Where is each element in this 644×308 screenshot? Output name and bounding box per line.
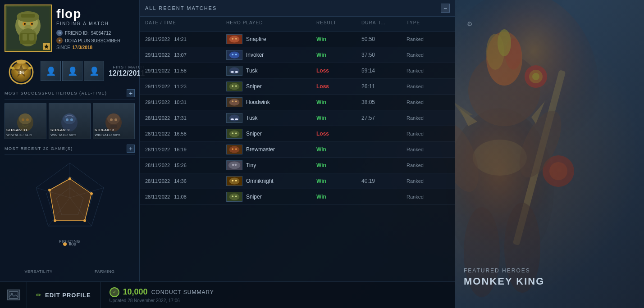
match-row[interactable]: 28/11/2022 15:26 Tiny Win Ranked — [140, 158, 455, 173]
profile-badges: ⚙ FRIEND ID: 94054712 ✦ DOTA PLUS SUBSCR… — [56, 30, 135, 50]
conduct-score: 10,000 — [123, 287, 148, 297]
most-successful-header: MOST SUCCESSFUL HEROES (ALL-TIME) + — [5, 89, 135, 100]
match-type: Ranked — [406, 178, 455, 184]
hero-name: Sniper — [246, 194, 262, 200]
svg-rect-25 — [21, 14, 35, 18]
friend-id-value: 94054712 — [91, 31, 111, 36]
add-game-button[interactable]: + — [127, 145, 135, 153]
matches-table-header: DATE / TIME HERO PLAYED RESULT DURATI...… — [140, 17, 455, 32]
svg-point-42 — [22, 118, 24, 121]
svg-point-46 — [66, 118, 69, 121]
player-status: FINDING A MATCH — [56, 21, 135, 26]
svg-point-85 — [232, 100, 233, 102]
radar-container: FIGHTING FARMING SUPPORTING PUSHING VERS… — [25, 159, 115, 240]
hero-name: Tiny — [246, 162, 256, 168]
gallery-button[interactable] — [0, 282, 27, 308]
add-hero-button[interactable]: + — [127, 89, 135, 97]
svg-point-89 — [231, 118, 234, 120]
svg-point-65 — [54, 219, 56, 222]
panel-header: ALL RECENT MATCHES − — [140, 0, 455, 17]
mini-pic-1: 👤 — [41, 61, 61, 81]
mini-pic-slots: 👤 👤 👤 — [41, 61, 104, 81]
match-type: Ranked — [406, 84, 455, 89]
svg-text:36: 36 — [18, 70, 24, 75]
hero-card-0[interactable]: STREAK: 11 WINRATE: 61% — [5, 103, 46, 139]
match-duration: 59:14 — [361, 68, 406, 74]
match-row[interactable]: 28/11/2022 17:31 Tusk Win 27:57 Ranked — [140, 110, 455, 126]
svg-point-88 — [229, 114, 240, 121]
match-duration: 26:11 — [361, 83, 406, 90]
match-type: Ranked — [406, 131, 455, 136]
svg-point-110 — [235, 195, 237, 197]
svg-point-108 — [229, 193, 240, 200]
match-row[interactable]: 28/11/2022 16:58 Sniper Loss Ranked — [140, 126, 455, 142]
svg-point-96 — [229, 146, 240, 153]
col-header-type: TYPE — [406, 20, 461, 27]
match-hero: Tusk — [226, 66, 316, 76]
hero-card-2[interactable]: STREAK: 9 WINRATE: 58% — [93, 103, 135, 139]
svg-point-94 — [235, 132, 237, 134]
svg-point-92 — [229, 130, 240, 137]
conduct-update: Updated 28 November 2022, 17:06 — [110, 298, 214, 303]
match-result: Win — [316, 36, 361, 42]
matches-list[interactable]: 29/11/2022 14:21 Snapfire Win 50:50 Rank… — [140, 32, 455, 281]
match-result: Loss — [316, 131, 361, 137]
match-duration: 40:19 — [361, 178, 406, 184]
svg-point-43 — [26, 118, 29, 121]
hero-thumbnail — [226, 34, 242, 44]
svg-point-90 — [235, 118, 238, 120]
minimize-button[interactable]: − — [441, 4, 450, 13]
recent-games-header: MOST RECENT 20 GAME(S) + — [5, 145, 135, 155]
rank-icon: 36 — [7, 56, 36, 86]
hero-thumbnail — [226, 66, 242, 76]
hero-thumbnail — [226, 82, 242, 91]
since-label: SINCE — [56, 45, 70, 50]
svg-point-68 — [229, 36, 240, 42]
hero-cards-row: STREAK: 11 WINRATE: 61% STREAK: 9 WINRAT… — [5, 103, 135, 139]
svg-point-100 — [228, 162, 240, 169]
match-result: Win — [316, 194, 361, 200]
svg-point-63 — [90, 192, 93, 195]
hero-thumbnail — [226, 50, 242, 60]
svg-rect-34 — [29, 34, 34, 41]
match-hero: Sniper — [226, 82, 316, 91]
match-row[interactable]: 29/11/2022 14:21 Snapfire Win 50:50 Rank… — [140, 32, 455, 47]
edit-profile-button[interactable]: ✏ EDIT PROFILE — [27, 282, 100, 308]
hero-name: Invoker — [246, 52, 264, 58]
match-row[interactable]: 29/11/2022 13:07 Invoker Win 37:50 Ranke… — [140, 47, 455, 63]
hero-card-stats-2: STREAK: 9 WINRATE: 58% — [95, 127, 120, 137]
match-date: 28/11/2022 16:58 — [145, 131, 226, 136]
match-row[interactable]: 28/11/2022 16:19 Brewmaster Win Ranked — [140, 142, 455, 158]
match-row[interactable]: 28/11/2022 14:36 Omniknight Win 40:19 Ra… — [140, 173, 455, 189]
svg-point-66 — [48, 189, 51, 191]
match-duration: 50:50 — [361, 36, 406, 42]
match-date: 28/11/2022 16:19 — [145, 147, 226, 152]
gallery-icon — [7, 290, 20, 300]
hero-thumbnail — [226, 97, 242, 107]
match-date: 29/11/2022 14:21 — [145, 36, 226, 42]
match-hero: Snapfire — [226, 34, 316, 44]
match-row[interactable]: 29/11/2022 11:23 Sniper Loss 26:11 Ranke… — [140, 79, 455, 95]
settings-button[interactable]: ⚙ — [461, 20, 479, 27]
match-result: Win — [316, 178, 361, 184]
match-row[interactable]: 29/11/2022 10:31 Hoodwink Win 38:05 Rank… — [140, 95, 455, 110]
match-row[interactable]: 28/11/2022 11:08 Sniper Win Ranked — [140, 189, 455, 205]
profile-info: flop FINDING A MATCH ⚙ FRIEND ID: 940547… — [56, 5, 135, 50]
hero-name: Sniper — [246, 131, 262, 137]
match-row[interactable]: 29/11/2022 11:58 Tusk Loss 59:14 Ranked — [140, 63, 455, 79]
conduct-label: CONDUCT SUMMARY — [151, 289, 214, 295]
match-type: Ranked — [406, 100, 455, 105]
hero-name: Snapfire — [246, 36, 266, 42]
left-panel: flop FINDING A MATCH ⚙ FRIEND ID: 940547… — [0, 0, 140, 281]
hero-card-1[interactable]: STREAK: 9 WINRATE: 58% — [49, 103, 91, 139]
svg-point-51 — [114, 118, 117, 121]
hero-thumbnail — [226, 192, 242, 202]
match-result: Loss — [316, 68, 361, 74]
match-hero: Invoker — [226, 50, 316, 60]
edit-icon: ✏ — [36, 291, 41, 299]
svg-point-82 — [235, 85, 237, 87]
svg-point-28 — [24, 23, 26, 25]
featured-section: FEATURED HEROES MONKEY KING — [455, 263, 644, 308]
hero-card-stats-0: STREAK: 11 WINRATE: 61% — [6, 127, 32, 137]
svg-point-9 — [473, 140, 527, 176]
